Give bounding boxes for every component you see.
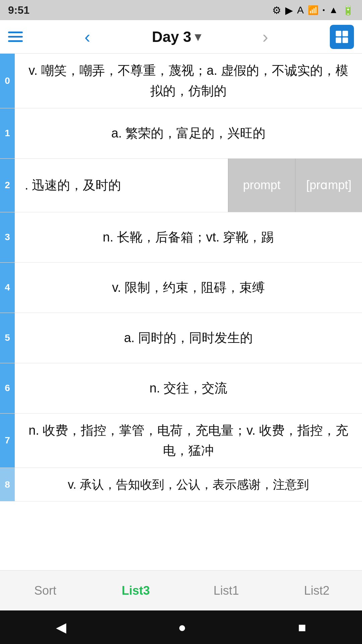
row-index-8: 8 bbox=[0, 468, 15, 501]
svg-rect-3 bbox=[343, 37, 348, 43]
nav-bar: ‹ Day 3 ▾ › bbox=[0, 20, 362, 54]
wifi-icon: 📶 bbox=[308, 5, 318, 15]
back-button[interactable]: ‹ bbox=[84, 28, 90, 46]
row-index-4: 4 bbox=[0, 263, 15, 313]
svg-rect-1 bbox=[343, 31, 348, 36]
chevron-down-icon: ▾ bbox=[195, 30, 201, 44]
font-icon: A bbox=[297, 4, 304, 16]
table-row[interactable]: 1 a. 繁荣的，富足的，兴旺的 bbox=[0, 108, 362, 159]
hamburger-menu[interactable] bbox=[8, 32, 23, 42]
play-icon: ▶ bbox=[285, 4, 293, 16]
tab-list2[interactable]: List2 bbox=[272, 571, 362, 610]
android-home-button[interactable]: ● bbox=[178, 620, 186, 635]
row-index-7: 7 bbox=[0, 414, 15, 468]
row-index-6: 6 bbox=[0, 363, 15, 413]
table-row[interactable]: 0 v. 嘲笑，嘲弄，不尊重，蔑视；a. 虚假的，不诚实的，模拟的，仿制的 bbox=[0, 54, 362, 108]
word-definition-8: v. 承认，告知收到，公认，表示感谢，注意到 bbox=[15, 468, 362, 501]
status-icons: ⚙ ▶ A 📶 • ▲ 🔋 bbox=[272, 4, 354, 16]
status-time: 9:51 bbox=[8, 4, 29, 16]
table-row[interactable]: 8 v. 承认，告知收到，公认，表示感谢，注意到 bbox=[0, 468, 362, 501]
word-definition-4: v. 限制，约束，阻碍，束缚 bbox=[15, 263, 362, 313]
word-definition-0: v. 嘲笑，嘲弄，不尊重，蔑视；a. 虚假的，不诚实的，模拟的，仿制的 bbox=[15, 54, 362, 108]
status-bar: 9:51 ⚙ ▶ A 📶 • ▲ 🔋 bbox=[0, 0, 362, 20]
bottom-tabs: Sort List3 List1 List2 bbox=[0, 570, 362, 610]
word-definition-1: a. 繁荣的，富足的，兴旺的 bbox=[15, 108, 362, 158]
android-back-button[interactable]: ◀ bbox=[56, 620, 66, 635]
word-partial-2: . 迅速的，及时的 bbox=[15, 159, 228, 212]
row-index-2: 2 bbox=[0, 159, 15, 212]
table-row[interactable]: 5 a. 同时的，同时发生的 bbox=[0, 313, 362, 363]
word-popup-2: prompt [prɑmpt] bbox=[228, 159, 362, 212]
svg-rect-2 bbox=[336, 37, 342, 43]
signal-icon: ▲ bbox=[329, 5, 338, 15]
table-row[interactable]: 7 n. 收费，指控，掌管，电荷，充电量；v. 收费，指控，充电，猛冲 bbox=[0, 414, 362, 468]
grid-icon bbox=[335, 30, 349, 44]
word-definition-3: n. 长靴，后备箱；vt. 穿靴，踢 bbox=[15, 212, 362, 262]
svg-rect-0 bbox=[336, 31, 342, 36]
gear-icon: ⚙ bbox=[272, 4, 281, 16]
battery-icon: 🔋 bbox=[342, 5, 354, 16]
tab-list1[interactable]: List1 bbox=[181, 571, 272, 610]
word-definition-6: n. 交往，交流 bbox=[15, 363, 362, 413]
title-area[interactable]: Day 3 ▾ bbox=[152, 29, 200, 45]
android-recent-button[interactable]: ■ bbox=[298, 620, 306, 635]
android-nav-bar: ◀ ● ■ bbox=[0, 610, 362, 644]
word-definition-5: a. 同时的，同时发生的 bbox=[15, 313, 362, 363]
forward-button[interactable]: › bbox=[262, 27, 268, 47]
table-row[interactable]: 3 n. 长靴，后备箱；vt. 穿靴，踢 bbox=[0, 212, 362, 263]
row-index-0: 0 bbox=[0, 54, 15, 108]
row-index-3: 3 bbox=[0, 212, 15, 262]
table-row[interactable]: 6 n. 交往，交流 bbox=[0, 363, 362, 414]
tab-sort[interactable]: Sort bbox=[0, 571, 90, 610]
table-row[interactable]: 4 v. 限制，约束，阻碍，束缚 bbox=[0, 263, 362, 313]
tab-list3[interactable]: List3 bbox=[90, 571, 181, 610]
word-text-2: prompt bbox=[228, 159, 295, 212]
row-index-5: 5 bbox=[0, 313, 15, 363]
word-phonetic-2: [prɑmpt] bbox=[295, 159, 362, 212]
word-list: 0 v. 嘲笑，嘲弄，不尊重，蔑视；a. 虚假的，不诚实的，模拟的，仿制的 1 … bbox=[0, 54, 362, 570]
table-row[interactable]: 2 . 迅速的，及时的 prompt [prɑmpt] bbox=[0, 159, 362, 212]
grid-view-button[interactable] bbox=[330, 25, 354, 49]
page-title: Day 3 bbox=[152, 29, 191, 45]
dot-icon: • bbox=[322, 6, 325, 14]
word-definition-7: n. 收费，指控，掌管，电荷，充电量；v. 收费，指控，充电，猛冲 bbox=[15, 414, 362, 468]
row-index-1: 1 bbox=[0, 108, 15, 158]
